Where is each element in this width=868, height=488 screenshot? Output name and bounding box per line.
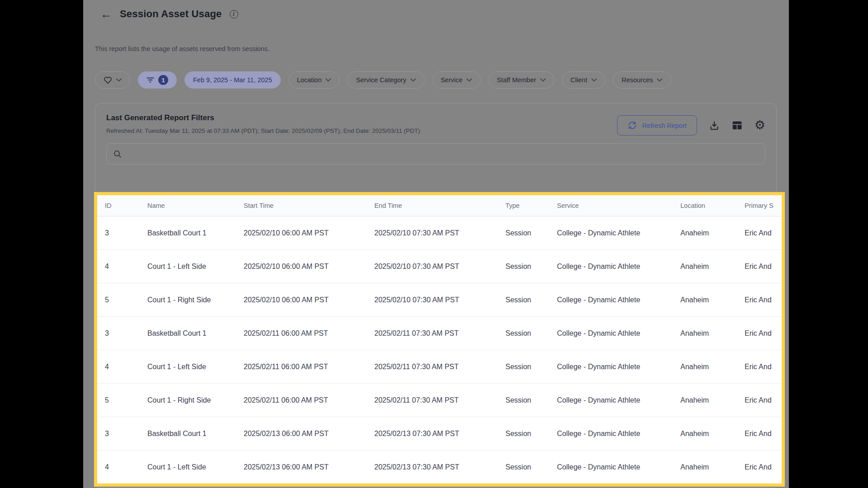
cell-location: Anaheim bbox=[680, 363, 745, 371]
info-icon[interactable]: i bbox=[230, 10, 238, 19]
cell-name: Basketball Court 1 bbox=[147, 229, 244, 237]
table-row: 5 Court 1 - Right Side 2025/02/11 06:00 … bbox=[97, 384, 782, 417]
cell-end-time: 2025/02/11 07:30 AM PST bbox=[374, 396, 505, 404]
resources-filter-chip[interactable]: Resources bbox=[613, 71, 671, 89]
cell-start-time: 2025/02/11 06:00 AM PST bbox=[244, 363, 374, 371]
app-window: ← Session Asset Usage i This report list… bbox=[83, 0, 789, 488]
table-row: 3 Basketball Court 1 2025/02/10 06:00 AM… bbox=[97, 216, 782, 250]
cell-id: 5 bbox=[105, 396, 147, 404]
cell-type: Session bbox=[505, 296, 557, 304]
table-view-button[interactable] bbox=[731, 120, 743, 131]
location-filter-chip[interactable]: Location bbox=[288, 71, 340, 89]
search-icon bbox=[113, 150, 122, 159]
cell-id: 3 bbox=[105, 329, 147, 338]
back-arrow-icon[interactable]: ← bbox=[100, 8, 112, 20]
gear-icon: ⚙ bbox=[755, 119, 765, 131]
cell-end-time: 2025/02/10 07:30 AM PST bbox=[374, 229, 505, 237]
cell-location: Anaheim bbox=[680, 296, 745, 304]
highlighted-table-region: ID Name Start Time End Time Type Service… bbox=[94, 192, 785, 487]
cell-name: Court 1 - Left Side bbox=[147, 263, 244, 271]
cell-start-time: 2025/02/10 06:00 AM PST bbox=[244, 229, 374, 237]
filter-chip-bar: 1 Feb 9, 2025 - Mar 11, 2025 Location Se… bbox=[95, 71, 671, 89]
report-description: This report lists the usage of assets re… bbox=[95, 45, 269, 52]
cell-start-time: 2025/02/13 06:00 AM PST bbox=[244, 430, 374, 438]
column-header-primary-staff[interactable]: Primary S bbox=[745, 202, 782, 209]
client-filter-chip[interactable]: Client bbox=[562, 71, 605, 89]
cell-primary-staff: Eric And bbox=[745, 329, 782, 338]
column-header-end-time[interactable]: End Time bbox=[374, 202, 505, 209]
page-title: Session Asset Usage bbox=[120, 8, 222, 20]
chevron-down-icon bbox=[591, 78, 597, 82]
column-header-name[interactable]: Name bbox=[147, 202, 244, 209]
active-filters-chip[interactable]: 1 bbox=[138, 71, 177, 89]
favorites-chip[interactable] bbox=[95, 71, 130, 89]
location-filter-label: Location bbox=[297, 76, 322, 84]
cell-location: Anaheim bbox=[680, 229, 745, 237]
table-row: 3 Basketball Court 1 2025/02/13 06:00 AM… bbox=[97, 417, 782, 450]
staff-member-filter-chip[interactable]: Staff Member bbox=[488, 71, 554, 89]
cell-primary-staff: Eric And bbox=[745, 463, 782, 471]
column-header-location[interactable]: Location bbox=[680, 202, 745, 209]
cell-location: Anaheim bbox=[680, 463, 745, 471]
cell-id: 3 bbox=[105, 430, 147, 438]
refreshed-at-text: Refreshed At: Tuesday Mar 11, 2025 at 07… bbox=[106, 127, 420, 134]
report-card-title: Last Generated Report Filters bbox=[106, 113, 420, 122]
refresh-report-button[interactable]: Refresh Report bbox=[617, 115, 697, 136]
chevron-down-icon bbox=[657, 78, 662, 82]
column-header-service[interactable]: Service bbox=[557, 202, 680, 209]
cell-id: 4 bbox=[105, 463, 147, 471]
cell-start-time: 2025/02/13 06:00 AM PST bbox=[244, 463, 374, 471]
cell-type: Session bbox=[505, 263, 557, 271]
date-range-chip[interactable]: Feb 9, 2025 - Mar 11, 2025 bbox=[184, 71, 281, 89]
table-body: 3 Basketball Court 1 2025/02/10 06:00 AM… bbox=[97, 216, 782, 484]
cell-service: College - Dynamic Athlete bbox=[557, 229, 680, 237]
cell-service: College - Dynamic Athlete bbox=[557, 329, 680, 338]
service-filter-chip[interactable]: Service bbox=[432, 71, 481, 89]
column-header-start-time[interactable]: Start Time bbox=[244, 202, 374, 209]
table-row: 5 Court 1 - Right Side 2025/02/10 06:00 … bbox=[97, 283, 782, 317]
cell-location: Anaheim bbox=[680, 396, 745, 404]
cell-type: Session bbox=[505, 363, 557, 371]
cell-service: College - Dynamic Athlete bbox=[557, 296, 680, 304]
cell-type: Session bbox=[505, 463, 557, 471]
cell-end-time: 2025/02/10 07:30 AM PST bbox=[374, 263, 505, 271]
table-row: 4 Court 1 - Left Side 2025/02/10 06:00 A… bbox=[97, 250, 782, 283]
filter-lines-icon bbox=[146, 77, 154, 83]
cell-location: Anaheim bbox=[680, 329, 745, 338]
cell-service: College - Dynamic Athlete bbox=[557, 263, 680, 271]
cell-location: Anaheim bbox=[680, 263, 745, 271]
cell-name: Court 1 - Right Side bbox=[147, 296, 244, 304]
date-range-label: Feb 9, 2025 - Mar 11, 2025 bbox=[193, 76, 272, 84]
service-category-filter-chip[interactable]: Service Category bbox=[347, 71, 424, 89]
cell-name: Court 1 - Left Side bbox=[147, 463, 244, 471]
refresh-icon bbox=[627, 121, 637, 130]
resources-filter-label: Resources bbox=[622, 76, 653, 84]
download-report-button[interactable] bbox=[709, 120, 720, 131]
table-search bbox=[106, 143, 765, 164]
cell-start-time: 2025/02/11 06:00 AM PST bbox=[244, 329, 374, 338]
service-filter-label: Service bbox=[441, 76, 462, 84]
cell-primary-staff: Eric And bbox=[745, 430, 782, 438]
search-input[interactable] bbox=[127, 150, 759, 158]
report-actions: Refresh Report bbox=[617, 115, 765, 136]
cell-end-time: 2025/02/13 07:30 AM PST bbox=[374, 430, 505, 438]
table-row: 4 Court 1 - Left Side 2025/02/13 06:00 A… bbox=[97, 450, 782, 484]
cell-primary-staff: Eric And bbox=[745, 396, 782, 404]
table-row: 4 Court 1 - Left Side 2025/02/11 06:00 A… bbox=[97, 350, 782, 384]
cell-service: College - Dynamic Athlete bbox=[557, 396, 680, 404]
cell-service: College - Dynamic Athlete bbox=[557, 430, 680, 438]
cell-service: College - Dynamic Athlete bbox=[557, 463, 680, 471]
cell-end-time: 2025/02/11 07:30 AM PST bbox=[374, 329, 505, 338]
cell-end-time: 2025/02/11 07:30 AM PST bbox=[374, 363, 505, 371]
column-header-type[interactable]: Type bbox=[505, 202, 557, 209]
cell-type: Session bbox=[505, 229, 557, 237]
cell-type: Session bbox=[505, 430, 557, 438]
chevron-down-icon bbox=[326, 78, 331, 82]
cell-end-time: 2025/02/13 07:30 AM PST bbox=[374, 463, 505, 471]
chevron-down-icon bbox=[116, 78, 122, 82]
column-header-id[interactable]: ID bbox=[105, 202, 147, 209]
chevron-down-icon bbox=[540, 78, 546, 82]
cell-primary-staff: Eric And bbox=[745, 296, 782, 304]
settings-gear-button[interactable]: ⚙ bbox=[755, 119, 765, 131]
cell-name: Court 1 - Left Side bbox=[147, 363, 244, 371]
